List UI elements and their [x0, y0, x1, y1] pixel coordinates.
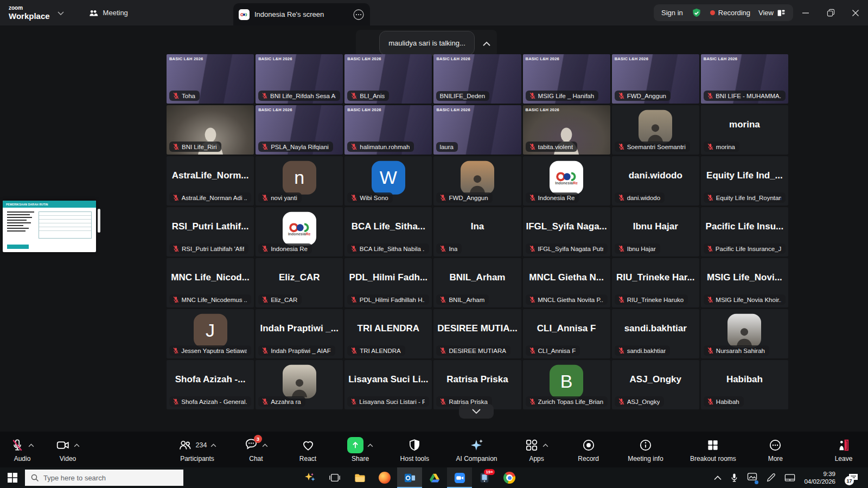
participant-tile[interactable]: Soemantri Soemantri [612, 105, 699, 155]
participant-tile[interactable]: BASIC L&H 2026 halimatun.rohmah [344, 105, 432, 155]
toast-collapse-button[interactable] [480, 36, 494, 50]
record-button[interactable]: Record [576, 436, 601, 463]
participant-tile[interactable]: Ibnu Hajar Ibnu Hajar [612, 207, 699, 256]
leave-button[interactable]: Leave [831, 436, 856, 463]
participant-tile[interactable]: ASJ_Ongky ASJ_Ongky [612, 360, 699, 409]
participant-tile[interactable]: Shofa Azizah -... Shofa Azizah - General… [167, 360, 254, 409]
participant-tile[interactable]: BCA Life_Sitha... BCA Life_Sitha Nabila … [344, 207, 432, 256]
security-shield-icon[interactable] [691, 8, 702, 18]
participant-tile[interactable]: AstraLife_Norm... AstraLife_Norman Adi .… [167, 156, 254, 206]
restore-button[interactable] [818, 0, 843, 25]
participant-tile[interactable]: BASIC L&H 2026 BNILIFE_Deden [433, 54, 521, 104]
more-button[interactable]: More [763, 436, 788, 463]
taskbar-search-input[interactable]: Type here to search [25, 470, 183, 486]
shared-screen-thumbnail[interactable]: PEMERIKSAAN DARAH RUTIN [3, 201, 96, 252]
participant-tile[interactable]: IFGL_Syifa Naga... IFGL_Syifa Nagata Put… [523, 207, 610, 256]
tray-screenshot-icon[interactable] [747, 472, 757, 484]
participant-tile[interactable]: Habibah Habibah [701, 360, 788, 409]
chat-options-chevron[interactable] [262, 444, 268, 447]
participant-tile[interactable]: BASIC L&H 2026 FWD_Anggun [612, 54, 699, 104]
participant-tile[interactable]: RSI_Putri Lathif... RSI_Putri Lathifah '… [167, 207, 254, 256]
participant-tile[interactable]: Indah Praptiwi _... Indah Praptiwi _ AIA… [256, 309, 343, 358]
participant-tile[interactable]: TRI ALENDRA TRI ALENDRA [344, 309, 432, 358]
participant-tile[interactable]: CLI_Annisa F CLI_Annisa F [523, 309, 610, 358]
participant-tile[interactable]: BASIC L&H 2026 Toha [167, 54, 254, 104]
participant-tile[interactable]: MSIG Life_Novi... MSIG Life_Novia Khoir.… [701, 258, 788, 307]
chat-button[interactable]: 3 Chat [244, 436, 269, 463]
tab-meeting[interactable]: Meeting [88, 8, 128, 18]
copilot-sparkle-icon[interactable] [297, 467, 322, 488]
participant-tile[interactable]: BASIC L&H 2026 laura [433, 105, 521, 155]
participant-tile[interactable]: PDL_Hilmi Fadh... PDL_Hilmi Fadhillah H.… [344, 258, 432, 307]
participant-tile[interactable]: W Wibi Sono [344, 156, 432, 206]
participant-tile[interactable]: n novi yanti [256, 156, 343, 206]
zoom-app-icon[interactable] [447, 467, 472, 488]
participant-tile[interactable]: J Jessen Yaputra Setiawan [167, 309, 254, 358]
outlook-icon[interactable] [397, 467, 422, 488]
participant-tile[interactable]: Ratrisa Priska Ratrisa Priska [433, 360, 521, 409]
participant-tile[interactable]: MNC Life_Nicod... MNC Life_Nicodemus ... [167, 258, 254, 307]
tray-chevron-up-icon[interactable] [714, 476, 722, 480]
participant-tile[interactable]: morina morina [701, 105, 788, 155]
participant-tile[interactable]: Eliz_CAR Eliz_CAR [256, 258, 343, 307]
tray-pen-icon[interactable] [766, 473, 776, 483]
share-button[interactable]: Share [347, 436, 373, 463]
breakout-rooms-button[interactable]: Breakout rooms [690, 436, 736, 463]
participants-options-chevron[interactable] [210, 444, 216, 447]
participant-tile[interactable]: BASIC L&H 2026 BNI LIFE - MUHAMMA... [701, 54, 788, 104]
phone-link-icon[interactable]: 19+ [472, 467, 497, 488]
participant-tile[interactable]: IndonesiaRe Indonesia Re [256, 207, 343, 256]
participant-tile[interactable]: RIU_Trineke Har... RIU_Trineke Haruko [612, 258, 699, 307]
tray-touchpad-icon[interactable] [784, 473, 795, 482]
google-drive-icon[interactable] [422, 467, 447, 488]
host-tools-button[interactable]: Host tools [400, 436, 429, 463]
react-button[interactable]: React [296, 436, 321, 463]
participant-tile[interactable]: Lisayana Suci Li... Lisayana Suci Listar… [344, 360, 432, 409]
participant-tile[interactable]: BASIC L&H 2026 MSIG Life _ Hanifah [523, 54, 610, 104]
participant-tile[interactable]: IndonesiaRe Indonesia Re [523, 156, 610, 206]
participant-tile[interactable]: Equity Life Ind_... Equity Life Ind_Royn… [701, 156, 788, 206]
tab-shared-screen[interactable]: Indonesia Re's screen [233, 3, 370, 25]
participant-tile[interactable]: BASIC L&H 2026 BNI Life_Rifdah Sesa Ar..… [256, 54, 343, 104]
video-options-chevron[interactable] [74, 444, 80, 447]
participant-tile[interactable]: B Zurich Topas Life_Brian [523, 360, 610, 409]
apps-button[interactable]: Apps [524, 436, 549, 463]
close-button[interactable] [843, 0, 868, 25]
task-view-icon[interactable] [322, 467, 347, 488]
video-button[interactable]: Video [55, 436, 80, 463]
minimize-button[interactable] [793, 0, 818, 25]
tray-mic-icon[interactable] [730, 473, 738, 483]
participant-tile[interactable]: Azzahra ra [256, 360, 343, 409]
participant-tile[interactable]: Nursarah Sahirah [701, 309, 788, 358]
sign-in-button[interactable]: Sign in [661, 9, 683, 17]
recording-indicator[interactable]: Recording [710, 9, 750, 17]
chrome-icon[interactable] [497, 467, 522, 488]
taskbar-clock[interactable]: 9:39 04/02/2026 [804, 470, 835, 486]
participant-tile[interactable]: BASIC L&H 2026 PSLA_Nayla Rifqiani [256, 105, 343, 155]
file-explorer-icon[interactable] [347, 467, 372, 488]
participant-tile[interactable]: Ina Ina [433, 207, 521, 256]
chevron-down-icon[interactable] [58, 11, 64, 15]
thumbnail-scrollbar[interactable] [98, 209, 100, 233]
gallery-collapse-button[interactable] [459, 404, 494, 419]
participant-tile[interactable]: dani.widodo dani.widodo [612, 156, 699, 206]
apps-options-chevron[interactable] [542, 444, 548, 447]
participant-tile[interactable]: Pacific Life Insu... Pacific Life Insura… [701, 207, 788, 256]
participant-tile[interactable]: FWD_Anggun [433, 156, 521, 206]
meeting-info-button[interactable]: Meeting info [628, 436, 663, 463]
participants-button[interactable]: 234 Participants [178, 436, 217, 463]
start-button[interactable] [0, 467, 25, 488]
audio-button[interactable]: Audio [10, 436, 35, 463]
notifications-button[interactable]: 17 [844, 467, 863, 488]
audio-options-chevron[interactable] [28, 444, 34, 447]
share-options-chevron[interactable] [367, 444, 373, 447]
view-button[interactable]: View [758, 9, 786, 17]
participant-tile[interactable]: sandi.bakhtiar sandi.bakhtiar [612, 309, 699, 358]
participant-tile[interactable]: MNCL Gietha N... MNCL Gietha Novita P... [523, 258, 610, 307]
firefox-icon[interactable] [372, 467, 397, 488]
ai-companion-button[interactable]: AI Companion [456, 436, 497, 463]
participant-tile[interactable]: BASIC L&H 2026 tabita.violent [523, 105, 610, 155]
participant-tile[interactable]: BNIL_Arham BNIL_Arham [433, 258, 521, 307]
participant-tile[interactable]: DESIREE MUTIA... DESIREE MUTIARA [433, 309, 521, 358]
tab-more-icon[interactable] [353, 9, 365, 21]
